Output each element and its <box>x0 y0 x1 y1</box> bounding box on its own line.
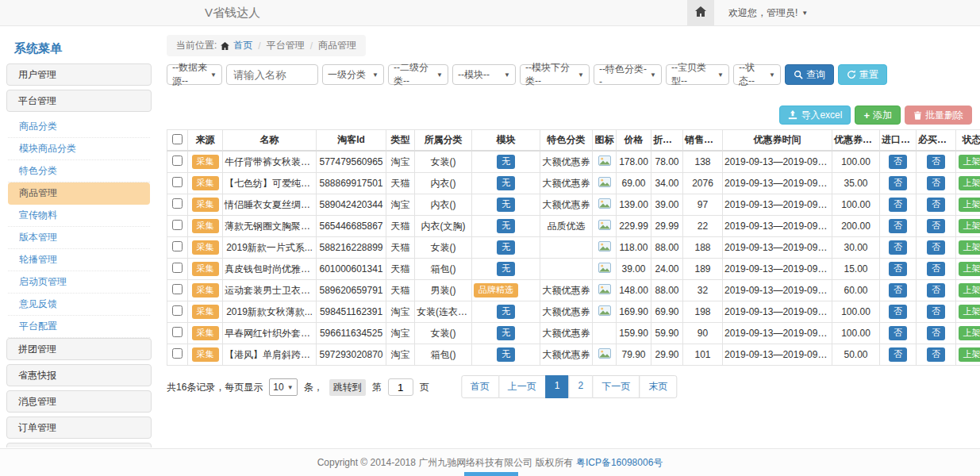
row-checkbox[interactable] <box>172 263 183 273</box>
filter-select-4[interactable]: --模块--▼ <box>452 64 516 85</box>
must-buy-toggle[interactable]: 否 <box>927 155 945 168</box>
page-button-2[interactable]: 1 <box>545 375 570 398</box>
must-buy-toggle[interactable]: 否 <box>927 305 945 318</box>
module-badge[interactable]: 无 <box>497 262 515 275</box>
sidebar-item-2[interactable]: 商品分类 <box>8 116 150 138</box>
module-badge[interactable]: 无 <box>497 219 515 232</box>
status-badge[interactable]: 上架 <box>959 198 980 211</box>
product-name: 牛仔背带裤女秋装减龄... <box>225 156 317 167</box>
status-badge[interactable]: 上架 <box>959 155 980 168</box>
sidebar-item-15[interactable]: 订单管理 <box>6 416 152 439</box>
import-select-toggle[interactable]: 否 <box>889 219 907 232</box>
per-page-select[interactable]: 10 ▼ <box>269 378 297 396</box>
row-checkbox[interactable] <box>172 198 183 209</box>
import-select-toggle[interactable]: 否 <box>889 305 907 318</box>
module-badge[interactable]: 品牌精选 <box>474 283 518 297</box>
import-select-toggle[interactable]: 否 <box>889 326 907 340</box>
sidebar-item-1[interactable]: 平台管理 <box>6 90 152 112</box>
module-badge[interactable]: 无 <box>497 198 515 211</box>
user-menu[interactable]: 欢迎您，管理员! ▼ <box>728 6 808 20</box>
must-buy-toggle[interactable]: 否 <box>927 240 945 254</box>
import-excel-button[interactable]: 导入excel <box>779 106 851 125</box>
sidebar-item-7[interactable]: 版本管理 <box>8 227 150 249</box>
module-badge[interactable]: 无 <box>497 176 515 190</box>
must-buy-toggle[interactable]: 否 <box>927 326 945 340</box>
sidebar-item-12[interactable]: 拼团管理 <box>6 338 152 360</box>
filter-select-3[interactable]: --二级分类--▼ <box>388 64 448 85</box>
sidebar-item-13[interactable]: 省惠快报 <box>6 364 152 386</box>
filter-select-0[interactable]: --数据来源--▼ <box>167 64 222 85</box>
select-all-checkbox[interactable] <box>172 134 183 144</box>
sidebar-item-8[interactable]: 轮播管理 <box>8 249 150 271</box>
caret-down-icon: ▼ <box>372 71 379 79</box>
page-button-3[interactable]: 2 <box>569 375 594 398</box>
row-checkbox[interactable] <box>172 348 183 359</box>
status-badge[interactable]: 上架 <box>959 262 980 275</box>
filter-select-5[interactable]: --模块下分类--▼ <box>520 64 590 85</box>
module-badge[interactable]: 无 <box>497 240 515 254</box>
row-checkbox[interactable] <box>172 155 183 166</box>
filter-select-8[interactable]: --状态--▼ <box>733 64 781 85</box>
page-button-5[interactable]: 末页 <box>639 375 677 398</box>
module-badge[interactable]: 无 <box>497 305 515 318</box>
import-select-toggle[interactable]: 否 <box>889 198 907 211</box>
sidebar-item-0[interactable]: 用户管理 <box>6 63 152 86</box>
sidebar-item-6[interactable]: 宣传物料 <box>8 205 150 227</box>
product-type: 淘宝 <box>386 344 415 366</box>
must-buy-toggle[interactable]: 否 <box>927 219 945 232</box>
jump-button[interactable]: 跳转到 <box>329 379 366 396</box>
sidebar-item-4[interactable]: 特色分类 <box>8 160 150 182</box>
must-buy-toggle[interactable]: 否 <box>927 198 945 211</box>
row-checkbox[interactable] <box>172 177 183 187</box>
row-checkbox[interactable] <box>172 284 183 294</box>
status-badge[interactable]: 上架 <box>959 240 980 254</box>
column-header: 图标 <box>593 130 617 152</box>
reset-button[interactable]: 重置 <box>838 64 887 85</box>
import-select-toggle[interactable]: 否 <box>889 262 907 275</box>
breadcrumb-home-link[interactable]: 首页 <box>233 39 252 52</box>
row-checkbox[interactable] <box>172 327 183 337</box>
query-button[interactable]: 查询 <box>785 64 834 85</box>
row-checkbox[interactable] <box>172 220 183 230</box>
must-buy-toggle[interactable]: 否 <box>927 283 945 297</box>
status-badge[interactable]: 上架 <box>959 283 980 297</box>
sidebar-item-9[interactable]: 启动页管理 <box>8 271 150 294</box>
module-badge[interactable]: 无 <box>497 155 515 168</box>
status-badge[interactable]: 上架 <box>959 219 980 232</box>
page-button-4[interactable]: 下一页 <box>592 375 640 398</box>
sidebar-item-5[interactable]: 商品管理 <box>8 182 150 205</box>
status-badge[interactable]: 上架 <box>959 305 980 318</box>
import-select-toggle[interactable]: 否 <box>889 283 907 297</box>
status-badge[interactable]: 上架 <box>959 326 980 340</box>
import-select-toggle[interactable]: 否 <box>889 176 907 190</box>
status-badge[interactable]: 上架 <box>959 347 980 361</box>
filter-select-2[interactable]: 一级分类▼ <box>322 64 384 85</box>
module-badge[interactable]: 无 <box>497 326 515 340</box>
sidebar-item-11[interactable]: 平台配置 <box>8 316 150 338</box>
module-badge[interactable]: 无 <box>497 347 515 361</box>
sidebar-item-10[interactable]: 意见反馈 <box>8 294 150 316</box>
icp-link[interactable]: 粤ICP备16098006号 <box>576 457 663 468</box>
add-button[interactable]: + 添加 <box>855 106 901 125</box>
row-checkbox[interactable] <box>172 305 183 316</box>
page-button-0[interactable]: 首页 <box>461 375 499 398</box>
page-number-input[interactable] <box>388 378 413 396</box>
sidebar-item-14[interactable]: 消息管理 <box>6 390 152 413</box>
status-badge[interactable]: 上架 <box>959 176 980 190</box>
row-checkbox[interactable] <box>172 241 183 251</box>
must-buy-toggle[interactable]: 否 <box>927 347 945 361</box>
column-header: 淘客Id <box>317 130 386 152</box>
home-button[interactable] <box>687 0 714 25</box>
import-select-toggle[interactable]: 否 <box>889 240 907 254</box>
filter-select-7[interactable]: --宝贝类型--▼ <box>666 64 729 85</box>
filter-select-6[interactable]: --特色分类--▼ <box>594 64 662 85</box>
batch-delete-button[interactable]: 批量删除 <box>905 106 972 125</box>
must-buy-toggle[interactable]: 否 <box>927 176 945 190</box>
sidebar-item-3[interactable]: 模块商品分类 <box>8 138 150 160</box>
page-button-1[interactable]: 上一页 <box>498 375 546 398</box>
search-name-input[interactable] <box>226 64 318 85</box>
sidebar-item-16[interactable]: 兑换管理 <box>6 443 152 447</box>
import-select-toggle[interactable]: 否 <box>889 155 907 168</box>
import-select-toggle[interactable]: 否 <box>889 347 907 361</box>
must-buy-toggle[interactable]: 否 <box>927 262 945 275</box>
